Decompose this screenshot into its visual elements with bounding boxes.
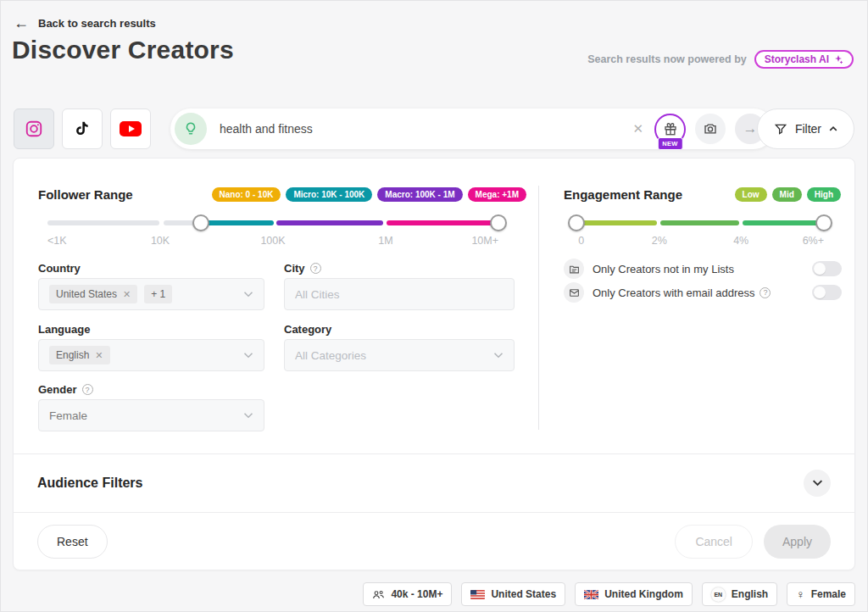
tick-1m: 1M (378, 235, 392, 247)
youtube-icon (120, 121, 142, 136)
follower-min-handle[interactable] (192, 214, 209, 231)
platform-youtube-button[interactable] (110, 108, 151, 149)
chevron-down-icon (243, 352, 253, 359)
country-chip-label: United States (56, 288, 117, 300)
powered-by-text: Search results now powered by (587, 53, 747, 65)
follower-range-slider (47, 214, 498, 231)
city-placeholder: All Cities (295, 288, 340, 301)
country-label: Country (38, 262, 81, 275)
language-chip[interactable]: English ✕ (49, 346, 110, 364)
audience-filters-section[interactable]: Audience Filters (14, 453, 854, 512)
camera-search-button[interactable] (695, 114, 726, 144)
engagement-max-handle[interactable] (815, 214, 832, 231)
with-email-label: Only Creators with email address ? (593, 287, 771, 299)
remove-country-icon[interactable]: ✕ (123, 289, 131, 300)
platform-tiktok-button[interactable] (62, 108, 103, 149)
gender-label: Gender ? (38, 383, 93, 396)
page-title: Discover Creators (12, 36, 234, 64)
filter-button[interactable]: Filter (757, 108, 854, 149)
back-label: Back to search results (38, 17, 156, 30)
category-select[interactable]: All Categories (284, 339, 515, 371)
follower-track-gray-1 (47, 220, 159, 225)
with-email-toggle[interactable] (812, 285, 842, 300)
engagement-range-header: Engagement Range Low Mid High (564, 187, 841, 202)
language-chip-summary[interactable]: EN English (702, 582, 777, 606)
mega-badge: Mega: +1M (468, 187, 526, 202)
follower-track-mega (387, 220, 498, 225)
powered-by-row: Search results now powered by Storyclash… (587, 50, 854, 69)
city-help-icon[interactable]: ? (310, 263, 321, 274)
follower-track-macro (276, 220, 383, 225)
engagement-range-title: Engagement Range (564, 187, 682, 202)
follower-track-micro (201, 220, 274, 225)
language-select[interactable]: English ✕ (38, 339, 264, 371)
chevron-down-icon (493, 352, 504, 359)
email-icon (564, 282, 584, 303)
tick-1k: <1K (47, 235, 67, 247)
engagement-track-mid (660, 220, 739, 225)
search-bar: ✕ NEW → (170, 108, 774, 149)
country-uk-label: United Kingdom (604, 588, 683, 600)
engagement-tier-badges: Low Mid High (735, 187, 841, 202)
follower-tick-labels: <1K 10K 100K 1M 10M+ (47, 235, 498, 248)
email-help-icon[interactable]: ? (760, 287, 771, 298)
engagement-track-low (576, 220, 657, 225)
gift-button[interactable]: NEW (654, 114, 686, 145)
female-icon: ♀ (796, 588, 805, 600)
gender-select[interactable]: Female (38, 399, 264, 431)
vertical-divider (538, 186, 539, 430)
en-icon: EN (711, 587, 726, 602)
follower-max-handle[interactable] (490, 214, 507, 231)
back-link[interactable]: ← Back to search results (14, 15, 156, 31)
engagement-min-handle[interactable] (568, 214, 585, 231)
back-arrow-icon: ← (14, 15, 29, 31)
lists-folder-icon (564, 259, 584, 279)
gender-help-icon[interactable]: ? (82, 384, 93, 395)
tick-10k: 10K (151, 235, 170, 247)
country-uk-chip[interactable]: United Kingdom (575, 582, 693, 606)
expand-audience-button[interactable] (804, 470, 831, 497)
not-in-lists-label: Only Creators not in my Lists (593, 263, 734, 275)
platform-instagram-button[interactable] (14, 108, 54, 149)
uk-flag-icon (584, 590, 598, 599)
tick-0: 0 (578, 235, 584, 247)
macro-badge: Macro: 100K - 1M (377, 187, 462, 202)
storyclash-ai-badge[interactable]: Storyclash AI (754, 50, 854, 69)
country-extra-chip[interactable]: + 1 (144, 285, 172, 303)
language-label: Language (38, 323, 90, 336)
language-summary-label: English (732, 588, 768, 600)
followers-chip[interactable]: 40k - 10M+ (363, 582, 452, 606)
clear-search-icon[interactable]: ✕ (631, 121, 645, 136)
remove-language-icon[interactable]: ✕ (95, 350, 103, 361)
city-label: City ? (284, 262, 321, 275)
follower-range-header: Follower Range Nano: 0 - 10K Micro: 10K … (38, 187, 526, 202)
apply-button[interactable]: Apply (764, 525, 831, 559)
cancel-button[interactable]: Cancel (675, 525, 753, 559)
chevron-up-icon (829, 125, 837, 133)
filter-footer: Reset Cancel Apply (14, 512, 854, 571)
tick-10m: 10M+ (471, 235, 498, 247)
country-chip[interactable]: United States ✕ (49, 285, 137, 303)
tick-6pct: 6%+ (803, 235, 824, 247)
tick-4pct: 4% (733, 235, 748, 247)
low-badge: Low (735, 187, 767, 202)
gender-value: Female (49, 409, 87, 422)
reset-button[interactable]: Reset (37, 525, 108, 559)
country-us-chip[interactable]: United States (461, 582, 565, 606)
ai-badge-label: Storyclash AI (765, 53, 829, 65)
active-filter-chips: 40k - 10M+ United States United Kingdom … (363, 582, 855, 606)
gender-chip-summary[interactable]: ♀ Female (787, 582, 855, 606)
arrow-right-icon: → (743, 120, 758, 137)
country-select[interactable]: United States ✕ + 1 (38, 278, 264, 310)
chevron-down-icon (812, 479, 823, 487)
idea-bulb-icon (175, 113, 207, 145)
search-input[interactable] (220, 122, 631, 136)
city-select[interactable]: All Cities (284, 278, 515, 310)
chevron-down-icon (243, 291, 253, 298)
camera-icon (703, 121, 718, 136)
funnel-icon (774, 122, 787, 136)
mid-badge: Mid (772, 187, 802, 202)
follower-tier-badges: Nano: 0 - 10K Micro: 10K - 100K Macro: 1… (212, 187, 526, 202)
not-in-lists-toggle[interactable] (812, 261, 842, 276)
category-placeholder: All Categories (295, 349, 366, 362)
